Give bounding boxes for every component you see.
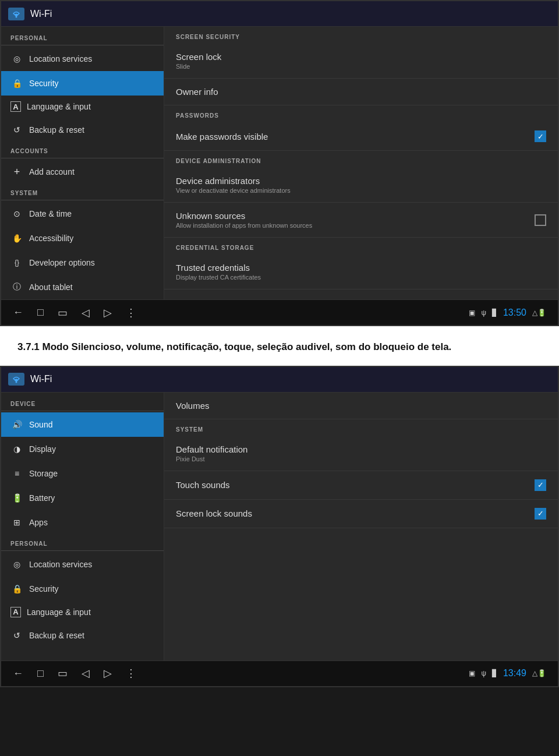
sidebar-item-add-account[interactable]: + Add account xyxy=(1,160,164,184)
content-item-default-notification[interactable]: Default notification Pixie Dust xyxy=(164,436,558,471)
sidebar-item-security-2[interactable]: 🔒 Security xyxy=(1,577,164,601)
signal-strength-icon: △🔋 xyxy=(532,309,546,317)
unknown-sources-subtitle: Allow installation of apps from unknown … xyxy=(176,222,535,229)
caption-section: 3.7.1 Modo Silencioso, volume, notificaç… xyxy=(0,326,559,366)
section-credential-storage: CREDENTIAL STORAGE xyxy=(164,238,558,255)
touch-sounds-checkbox[interactable]: ✓ xyxy=(535,479,546,491)
sidebar-item-label: Security xyxy=(29,79,59,88)
home-button[interactable]: □ xyxy=(37,306,44,319)
sidebar-item-backup-reset[interactable]: ↺ Backup & reset xyxy=(1,118,164,142)
sidebar-item-location-services[interactable]: ◎ Location services xyxy=(1,47,164,71)
screen-lock-sounds-title: Screen lock sounds xyxy=(176,508,535,518)
more-icon-2[interactable]: ⋮ xyxy=(126,667,136,680)
svg-point-1 xyxy=(16,381,17,383)
battery-icon-2: ▊ xyxy=(492,669,497,677)
sidebar-section-personal-2: PERSONAL xyxy=(1,535,164,549)
display-icon: ◑ xyxy=(10,443,23,455)
content-item-device-admins[interactable]: Device administrators View or deactivate… xyxy=(164,168,558,203)
content-area-2: Volumes SYSTEM Default notification Pixi… xyxy=(164,393,558,660)
signal-strength-icon-2: △🔋 xyxy=(532,669,546,677)
backup-icon: ↺ xyxy=(10,123,23,136)
nav-icons-2: ← □ ▭ ◁ ▷ ⋮ xyxy=(13,667,469,680)
back-button[interactable]: ← xyxy=(13,306,23,319)
sidebar-item-apps[interactable]: ⊞ Apps xyxy=(1,510,164,535)
sidebar-item-label: Location services xyxy=(29,54,92,63)
content-item-touch-sounds[interactable]: Touch sounds ✓ xyxy=(164,471,558,500)
sidebar-item-language-input-2[interactable]: A Language & input xyxy=(1,601,164,623)
add-icon: + xyxy=(10,165,23,178)
location-icon-2: ◎ xyxy=(10,558,23,571)
volume-down-icon[interactable]: ◁ xyxy=(82,306,90,319)
sidebar-item-date-time[interactable]: ⊙ Date & time xyxy=(1,202,164,226)
volume-up-icon[interactable]: ▷ xyxy=(104,306,112,319)
content-item-volumes[interactable]: Volumes xyxy=(164,393,558,419)
info-icon: ⓘ xyxy=(10,281,23,294)
sidebar-item-label: Developer options xyxy=(29,258,95,267)
caption-text: 3.7.1 Modo Silencioso, volume, notificaç… xyxy=(17,340,542,354)
recents-button[interactable]: ▭ xyxy=(58,306,68,319)
security-icon: 🔒 xyxy=(10,77,23,90)
default-notification-title: Default notification xyxy=(176,444,546,454)
sidebar-item-location-services-2[interactable]: ◎ Location services xyxy=(1,552,164,577)
section-screen-security: SCREEN SECURITY xyxy=(164,27,558,44)
device-admins-title: Device administrators xyxy=(176,176,546,186)
sidebar-item-display[interactable]: ◑ Display xyxy=(1,437,164,461)
battery-icon-sidebar: 🔋 xyxy=(10,492,23,504)
language-icon: A xyxy=(10,101,21,112)
home-button-2[interactable]: □ xyxy=(37,667,44,680)
sidebar-2: DEVICE 🔊 Sound ◑ Display ≡ Storage 🔋 Bat… xyxy=(1,393,164,660)
section-device-admin: DEVICE ADMINISTRATION xyxy=(164,151,558,168)
recents-button-2[interactable]: ▭ xyxy=(58,667,68,680)
wifi-icon xyxy=(8,8,24,20)
sidebar-item-label: Language & input xyxy=(27,102,91,111)
content-item-screen-lock[interactable]: Screen lock Slide xyxy=(164,44,558,79)
sidebar-item-label: Backup & reset xyxy=(29,631,84,640)
sidebar-item-accessibility[interactable]: ✋ Accessibility xyxy=(1,226,164,250)
trusted-credentials-subtitle: Display trusted CA certificates xyxy=(176,274,546,281)
screenshot2: Wi-Fi DEVICE 🔊 Sound ◑ Display ≡ St xyxy=(0,366,559,687)
sound-icon: 🔊 xyxy=(10,418,23,431)
make-passwords-title: Make passwords visible xyxy=(176,132,535,142)
sidebar-item-label: Accessibility xyxy=(29,234,73,243)
svg-point-0 xyxy=(16,16,17,17)
sidebar-item-backup-reset-2[interactable]: ↺ Backup & reset xyxy=(1,623,164,648)
sidebar-item-about-tablet[interactable]: ⓘ About tablet xyxy=(1,275,164,299)
settings-body-1: PERSONAL ◎ Location services 🔒 Security … xyxy=(1,27,558,299)
antenna-icon-2: ψ xyxy=(481,669,486,677)
sidebar-item-sound[interactable]: 🔊 Sound xyxy=(1,412,164,437)
accessibility-icon: ✋ xyxy=(10,232,23,245)
sidebar-item-label: Sound xyxy=(29,420,52,429)
screen-lock-subtitle: Slide xyxy=(176,63,546,70)
back-button-2[interactable]: ← xyxy=(13,667,23,680)
content-item-trusted-credentials[interactable]: Trusted credentials Display trusted CA c… xyxy=(164,255,558,289)
sidebar-item-language-input[interactable]: A Language & input xyxy=(1,96,164,118)
unknown-sources-checkbox[interactable]: ✓ xyxy=(535,214,546,226)
volume-down-icon-2[interactable]: ◁ xyxy=(82,667,90,680)
sidebar-item-security[interactable]: 🔒 Security xyxy=(1,71,164,96)
sidebar-item-label: Security xyxy=(29,584,59,594)
content-area-1: SCREEN SECURITY Screen lock Slide Owner … xyxy=(164,27,558,299)
content-item-make-passwords[interactable]: Make passwords visible ✓ xyxy=(164,122,558,151)
status-right-1: ▣ ψ ▊ 13:50 △🔋 xyxy=(469,308,546,318)
more-icon[interactable]: ⋮ xyxy=(126,306,136,319)
section-passwords: PASSWORDS xyxy=(164,105,558,122)
screenshot1: Wi-Fi PERSONAL ◎ Location services 🔒 Sec… xyxy=(0,0,559,326)
top-bar-title-2: Wi-Fi xyxy=(30,374,52,384)
volume-up-icon-2[interactable]: ▷ xyxy=(104,667,112,680)
time-display-2: 13:49 xyxy=(503,668,526,679)
time-display-1: 13:50 xyxy=(503,308,526,318)
sidebar-item-battery[interactable]: 🔋 Battery xyxy=(1,486,164,510)
content-item-owner-info[interactable]: Owner info xyxy=(164,79,558,105)
volumes-title: Volumes xyxy=(176,401,546,411)
content-item-unknown-sources[interactable]: Unknown sources Allow installation of ap… xyxy=(164,203,558,238)
sidebar-item-developer-options[interactable]: {} Developer options xyxy=(1,250,164,275)
screen-lock-sounds-checkbox[interactable]: ✓ xyxy=(535,508,546,520)
content-item-screen-lock-sounds[interactable]: Screen lock sounds ✓ xyxy=(164,500,558,528)
make-passwords-checkbox[interactable]: ✓ xyxy=(535,130,546,142)
developer-icon: {} xyxy=(10,256,23,269)
battery-icon: ▊ xyxy=(492,309,497,317)
apps-icon: ⊞ xyxy=(10,516,23,529)
sidebar-section-personal-1: PERSONAL xyxy=(1,29,164,44)
sidebar-section-system-1: SYSTEM xyxy=(1,184,164,199)
sidebar-item-storage[interactable]: ≡ Storage xyxy=(1,461,164,486)
